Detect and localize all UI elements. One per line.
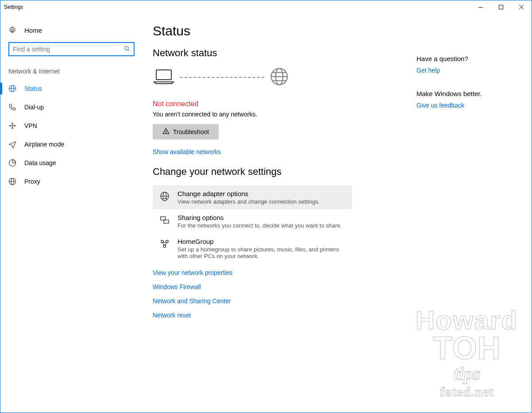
- svg-point-5: [125, 46, 128, 50]
- data-usage-icon: [8, 159, 17, 167]
- titlebar: Settings: [0, 0, 532, 14]
- svg-point-34: [163, 245, 166, 248]
- svg-line-37: [165, 243, 167, 245]
- sidebar-item-status[interactable]: Status: [0, 79, 138, 98]
- option-sharing[interactable]: Sharing options For the networks you con…: [153, 209, 352, 233]
- section-network-status: Network status: [153, 47, 401, 59]
- network-diagram: [153, 67, 401, 88]
- link-network-reset[interactable]: Network reset: [153, 312, 401, 319]
- aside-question: Have a question?: [416, 55, 514, 62]
- vpn-icon: [8, 122, 17, 130]
- sidebar-item-label: Dial-up: [24, 104, 44, 111]
- troubleshoot-label: Troubleshoot: [173, 128, 209, 135]
- search-input[interactable]: [13, 46, 124, 53]
- sidebar-section-label: Network & Internet: [0, 66, 138, 79]
- svg-line-6: [128, 49, 129, 50]
- svg-point-13: [12, 127, 13, 129]
- sidebar-item-dialup[interactable]: Dial-up: [0, 98, 138, 116]
- sidebar-item-label: Data usage: [24, 159, 56, 166]
- svg-point-25: [166, 132, 166, 133]
- sidebar-item-label: VPN: [24, 122, 37, 129]
- laptop-icon: [153, 69, 175, 86]
- search-icon: [124, 46, 130, 53]
- sharing-icon: [160, 215, 170, 225]
- page-title: Status: [153, 23, 401, 39]
- aside: Have a question? Get help Make Windows b…: [416, 55, 514, 125]
- svg-point-10: [9, 125, 11, 127]
- sidebar-item-label: Status: [24, 85, 42, 92]
- give-feedback-link[interactable]: Give us feedback: [416, 102, 514, 109]
- maximize-button[interactable]: [491, 0, 511, 14]
- get-help-link[interactable]: Get help: [416, 67, 514, 74]
- troubleshoot-button[interactable]: Troubleshoot: [153, 124, 219, 139]
- aside-feedback-prompt: Make Windows better.: [416, 90, 514, 97]
- option-title: HomeGroup: [177, 238, 345, 245]
- link-view-properties[interactable]: View your network properties: [153, 269, 401, 276]
- sidebar-item-label: Airplane mode: [24, 141, 64, 148]
- watermark-line2: TOH: [416, 333, 518, 363]
- svg-point-12: [12, 123, 13, 124]
- watermark-line1: Howard: [416, 308, 518, 333]
- sidebar-item-label: Proxy: [24, 178, 40, 185]
- close-button[interactable]: [511, 0, 532, 14]
- svg-rect-29: [163, 199, 166, 201]
- sidebar: Home Network & Internet Status Dial-up: [0, 14, 138, 413]
- svg-line-36: [162, 243, 164, 245]
- watermark: Howard TOH tips fated.net: [416, 308, 518, 399]
- option-change-adapter[interactable]: Change adapter options View network adap…: [153, 185, 352, 209]
- option-title: Sharing options: [177, 214, 342, 221]
- window-controls: [470, 0, 532, 14]
- minimize-button[interactable]: [470, 0, 491, 14]
- svg-rect-1: [499, 5, 503, 9]
- svg-point-11: [14, 125, 15, 127]
- sidebar-item-airplane[interactable]: Airplane mode: [0, 135, 138, 154]
- sidebar-item-vpn[interactable]: VPN: [0, 116, 138, 135]
- sidebar-item-proxy[interactable]: Proxy: [0, 172, 138, 191]
- main: Status Network status Not connected You …: [138, 14, 532, 413]
- option-desc: Set up a homegroup to share pictures, mu…: [177, 246, 345, 259]
- link-network-sharing-center[interactable]: Network and Sharing Center: [153, 297, 401, 305]
- option-desc: View network adapters and change connect…: [177, 198, 320, 205]
- search-box[interactable]: [8, 42, 135, 56]
- window-title: Settings: [4, 4, 23, 10]
- svg-rect-30: [161, 217, 166, 220]
- show-available-networks-link[interactable]: Show available networks: [153, 148, 221, 155]
- svg-rect-20: [156, 70, 171, 80]
- link-windows-firewall[interactable]: Windows Firewall: [153, 283, 401, 290]
- home-button[interactable]: Home: [0, 23, 138, 37]
- connection-line: [180, 77, 264, 78]
- airplane-icon: [8, 140, 17, 148]
- svg-rect-31: [164, 220, 169, 223]
- homegroup-icon: [160, 239, 170, 249]
- globe-icon: [8, 85, 17, 93]
- status-title: Not connected: [153, 100, 401, 108]
- home-label: Home: [24, 27, 42, 34]
- sidebar-item-datausage[interactable]: Data usage: [0, 154, 138, 172]
- option-title: Change adapter options: [177, 190, 320, 197]
- adapter-icon: [160, 191, 170, 201]
- svg-point-4: [12, 29, 14, 31]
- watermark-line3: tips: [416, 363, 518, 384]
- phone-icon: [8, 103, 17, 111]
- status-description: You aren't connected to any networks.: [153, 111, 401, 118]
- warning-icon: [162, 127, 170, 136]
- globe-icon: [8, 178, 17, 185]
- content: Home Network & Internet Status Dial-up: [0, 14, 532, 413]
- option-desc: For the networks you connect to, decide …: [177, 222, 342, 229]
- section-change-settings: Change your network settings: [153, 166, 401, 178]
- gear-icon: [8, 26, 17, 34]
- globe-large-icon: [270, 67, 289, 88]
- watermark-line4: fated.net: [416, 384, 518, 399]
- option-homegroup[interactable]: HomeGroup Set up a homegroup to share pi…: [153, 233, 352, 264]
